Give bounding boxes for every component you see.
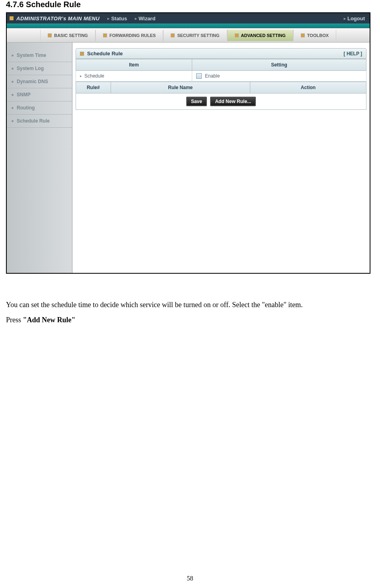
schedule-row-label: ▸ Schedule — [76, 71, 192, 82]
button-row: Save Add New Rule... — [76, 93, 366, 110]
tab-icon — [171, 33, 175, 37]
tab-icon — [48, 33, 52, 37]
col-item-header: Item — [76, 59, 192, 71]
panel-header: Schedule Rule [ HELP ] — [76, 48, 366, 59]
doc-paragraph-1: You can set the schedule time to decide … — [6, 298, 374, 313]
rules-table: Rule# Rule Name Action — [76, 82, 366, 93]
router-admin-screenshot: ADMINISTRATOR's MAIN MENU ▸ Status ▸ Wiz… — [6, 12, 370, 274]
sidebar-item-system-log[interactable]: System Log — [7, 62, 72, 75]
bullet-icon — [12, 55, 14, 56]
tab-advanced-setting[interactable]: ADVANCED SETTING — [227, 30, 293, 41]
doc-paragraph-2: Press "Add New Rule" — [6, 313, 374, 328]
bullet-icon — [12, 107, 14, 109]
save-button[interactable]: Save — [186, 97, 207, 106]
tab-icon — [103, 33, 107, 37]
decorative-divider-bar — [7, 23, 370, 28]
sidebar-item-system-time[interactable]: System Time — [7, 49, 72, 62]
arrow-icon: ▸ — [135, 16, 137, 21]
help-link[interactable]: [ HELP ] — [344, 51, 362, 56]
tab-toolbox[interactable]: TOOLBOX — [293, 30, 336, 41]
triangle-bullet-icon: ▸ — [80, 74, 82, 78]
bullet-icon — [12, 81, 14, 83]
enable-checkbox[interactable] — [196, 73, 202, 79]
arrow-icon: ▸ — [107, 16, 109, 21]
panel-title: Schedule Rule — [87, 51, 123, 56]
tab-icon — [235, 33, 239, 37]
col-rule-number-header: Rule# — [76, 82, 111, 93]
admin-main-menu-title: ADMINISTRATOR's MAIN MENU — [9, 16, 99, 21]
sidebar-nav: System Time System Log Dynamic DNS SNMP … — [7, 43, 72, 273]
sidebar-item-snmp[interactable]: SNMP — [7, 88, 72, 101]
logout-link[interactable]: ▸ Logout — [344, 16, 365, 21]
sidebar-item-routing[interactable]: Routing — [7, 101, 72, 115]
col-action-header: Action — [250, 82, 366, 93]
panel-icon — [80, 52, 84, 56]
enable-label: Enable — [205, 73, 220, 79]
tab-forwarding-rules[interactable]: FORWARDING RULES — [95, 30, 164, 41]
schedule-row-setting: Enable — [192, 71, 366, 82]
page-number: 58 — [187, 575, 193, 582]
tab-basic-setting[interactable]: BASIC SETTING — [40, 30, 95, 41]
bullet-icon — [12, 120, 14, 122]
sidebar-item-schedule-rule[interactable]: Schedule Rule — [7, 115, 72, 128]
col-rule-name-header: Rule Name — [111, 82, 250, 93]
wizard-link[interactable]: ▸ Wizard — [135, 16, 156, 21]
col-setting-header: Setting — [192, 59, 366, 71]
tab-security-setting[interactable]: SECURITY SETTING — [163, 30, 227, 41]
content-area: Schedule Rule [ HELP ] Item Setting ▸ Sc… — [72, 43, 370, 273]
main-tab-bar: BASIC SETTING FORWARDING RULES SECURITY … — [7, 28, 370, 43]
arrow-icon: ▸ — [344, 16, 346, 21]
settings-table: Item Setting ▸ Schedule — [76, 59, 366, 82]
tab-icon — [301, 33, 305, 37]
admin-title-text: ADMINISTRATOR's MAIN MENU — [16, 16, 99, 21]
sidebar-item-dynamic-dns[interactable]: Dynamic DNS — [7, 75, 72, 88]
doc-section-heading: 4.7.6 Schedule Rule — [6, 0, 374, 9]
add-new-rule-button[interactable]: Add New Rule... — [210, 97, 256, 106]
status-link[interactable]: ▸ Status — [107, 16, 127, 21]
bullet-icon — [12, 94, 14, 96]
bullet-icon — [12, 68, 14, 70]
menu-icon — [9, 16, 14, 21]
top-menu-bar: ADMINISTRATOR's MAIN MENU ▸ Status ▸ Wiz… — [7, 13, 370, 23]
